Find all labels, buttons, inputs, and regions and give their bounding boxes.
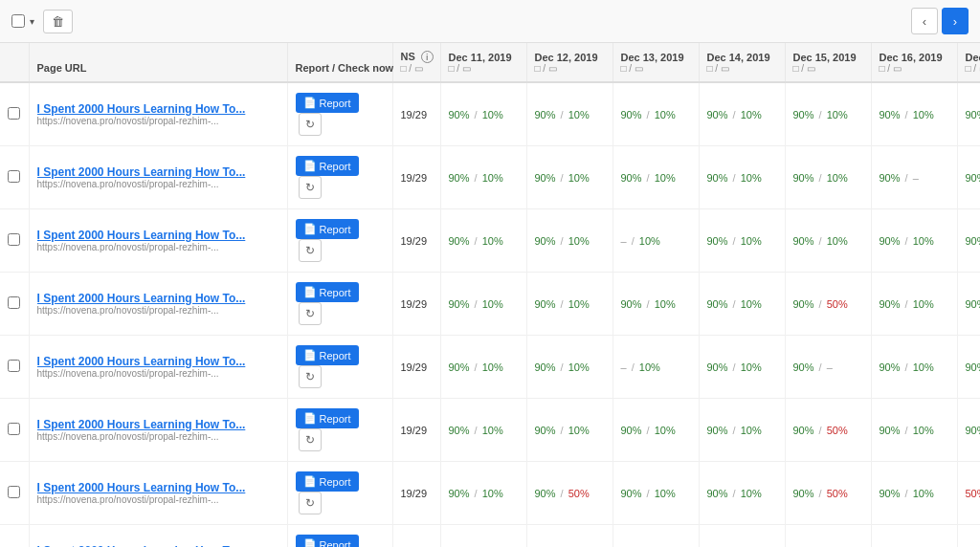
- row-url-cell-5: I Spent 2000 Hours Learning How To... ht…: [29, 399, 287, 462]
- row-checkbox-cell: [0, 462, 29, 525]
- row-ns-cell-3: 19/29: [392, 273, 440, 336]
- table-row: I Spent 2000 Hours Learning How To... ht…: [0, 462, 980, 525]
- row-checkbox-6[interactable]: [8, 486, 20, 498]
- row-report-cell-6: 📄 Report ↻: [287, 462, 392, 525]
- report-icon-1: 📄: [303, 160, 317, 172]
- row-checkbox-5[interactable]: [8, 423, 20, 435]
- score-cell-7-5: 90% / 10%: [871, 525, 957, 548]
- page-title-4[interactable]: I Spent 2000 Hours Learning How To...: [37, 355, 279, 368]
- score-cell-5-0: 90% / 10%: [440, 399, 526, 462]
- report-button-4[interactable]: 📄 Report: [296, 345, 359, 365]
- delete-button[interactable]: 🗑: [43, 10, 73, 33]
- prev-button[interactable]: ‹: [911, 8, 938, 34]
- refresh-button-4[interactable]: ↻: [299, 365, 322, 388]
- page-title-1[interactable]: I Spent 2000 Hours Learning How To...: [37, 165, 279, 179]
- score-cell-4-2: – / 10%: [612, 336, 699, 399]
- ns-value-6: 19/29: [401, 488, 428, 499]
- score-cell-5-1: 90% / 10%: [526, 399, 612, 462]
- page-title-3[interactable]: I Spent 2000 Hours Learning How To...: [37, 292, 279, 305]
- score-cell-4-1: 90% / 10%: [526, 336, 612, 399]
- col-header-dec11: Dec 11, 2019□ / ▭: [440, 43, 526, 82]
- score-cell-4-5: 90% / 10%: [871, 336, 957, 399]
- select-chevron[interactable]: ▾: [27, 14, 37, 29]
- page-title-0[interactable]: I Spent 2000 Hours Learning How To...: [37, 102, 279, 116]
- score-cell-2-2: – / 10%: [612, 209, 699, 273]
- select-all-checkbox[interactable]: [11, 14, 25, 28]
- row-report-cell-2: 📄 Report ↻: [287, 209, 392, 273]
- row-checkbox-cell: [0, 525, 29, 548]
- score-cell-0-3: 90% / 10%: [699, 82, 785, 146]
- score-cell-6-1: 90% / 50%: [526, 462, 612, 525]
- report-button-1[interactable]: 📄 Report: [296, 156, 359, 176]
- row-report-cell-7: 📄 Report ↻: [287, 525, 392, 548]
- row-ns-cell-2: 19/29: [392, 209, 440, 273]
- row-url-cell-3: I Spent 2000 Hours Learning How To... ht…: [29, 273, 287, 336]
- ns-value-5: 19/29: [401, 425, 428, 436]
- refresh-button-5[interactable]: ↻: [299, 428, 322, 451]
- refresh-button-2[interactable]: ↻: [299, 239, 322, 262]
- col-ns-sub: □ / ▭: [401, 63, 433, 74]
- report-icon-2: 📄: [303, 223, 317, 235]
- row-url-cell-7: I Spent 2000 Hours Learning How To... ht…: [29, 525, 287, 548]
- refresh-button-6[interactable]: ↻: [299, 492, 322, 514]
- row-checkbox-cell: [0, 399, 29, 462]
- ns-value-2: 19/29: [401, 235, 428, 247]
- row-checkbox-0[interactable]: [8, 107, 20, 120]
- page-title-5[interactable]: I Spent 2000 Hours Learning How To...: [37, 418, 279, 431]
- main-table: Page URL Report / Check now NS i □ / ▭ D…: [0, 43, 980, 547]
- score-cell-0-1: 90% / 10%: [526, 82, 612, 146]
- table-row: I Spent 2000 Hours Learning How To... ht…: [0, 82, 980, 146]
- ns-info-icon[interactable]: i: [421, 51, 434, 63]
- score-cell-5-6: 90% / 10%: [957, 399, 980, 462]
- row-checkbox-cell: [0, 336, 29, 399]
- score-cell-1-1: 90% / 10%: [526, 146, 612, 209]
- score-cell-3-1: 90% / 10%: [526, 273, 612, 336]
- refresh-button-3[interactable]: ↻: [299, 302, 322, 325]
- row-report-cell-5: 📄 Report ↻: [287, 399, 392, 462]
- col-header-dec17: Dec 17, 2019□ / ▭: [957, 43, 980, 82]
- refresh-button-0[interactable]: ↻: [299, 113, 322, 136]
- refresh-button-1[interactable]: ↻: [299, 176, 322, 199]
- row-checkbox-4[interactable]: [8, 360, 20, 372]
- page-url-4: https://novena.pro/novosti/propal-rezhim…: [37, 368, 279, 379]
- score-cell-1-5: 90% / –: [871, 146, 957, 209]
- report-icon-0: 📄: [303, 97, 317, 109]
- report-icon-7: 📄: [303, 538, 317, 547]
- score-cell-7-6: 50% / 10%: [957, 525, 980, 548]
- toolbar: ▾ 🗑 ‹ ›: [0, 0, 980, 43]
- ns-value-4: 19/29: [401, 361, 428, 373]
- ns-value-0: 19/29: [401, 109, 428, 120]
- col-header-dec12: Dec 12, 2019□ / ▭: [526, 43, 612, 82]
- page-url-5: https://novena.pro/novosti/propal-rezhim…: [37, 431, 279, 442]
- next-button[interactable]: ›: [942, 8, 969, 34]
- score-cell-2-0: 90% / 10%: [440, 209, 526, 273]
- page-title-6[interactable]: I Spent 2000 Hours Learning How To...: [37, 481, 279, 494]
- report-button-6[interactable]: 📄 Report: [296, 471, 359, 492]
- page-title-2[interactable]: I Spent 2000 Hours Learning How To...: [37, 229, 279, 242]
- report-icon-3: 📄: [303, 286, 317, 298]
- page-url-1: https://novena.pro/novosti/propal-rezhim…: [37, 179, 279, 189]
- row-checkbox-cell: [0, 146, 29, 209]
- score-cell-3-3: 90% / 10%: [699, 273, 785, 336]
- score-cell-0-6: 90% / 10%: [957, 82, 980, 146]
- report-button-7[interactable]: 📄 Report: [296, 535, 359, 547]
- score-cell-2-1: 90% / 10%: [526, 209, 612, 273]
- col-header-check: [0, 43, 29, 82]
- row-checkbox-2[interactable]: [8, 233, 20, 246]
- report-button-0[interactable]: 📄 Report: [296, 93, 359, 113]
- score-cell-5-3: 90% / 10%: [699, 399, 785, 462]
- report-button-5[interactable]: 📄 Report: [296, 408, 359, 428]
- row-checkbox-3[interactable]: [8, 296, 20, 309]
- row-url-cell-4: I Spent 2000 Hours Learning How To... ht…: [29, 336, 287, 399]
- ns-value-3: 19/29: [401, 298, 428, 310]
- row-checkbox-1[interactable]: [8, 170, 20, 183]
- row-ns-cell-5: 19/29: [392, 399, 440, 462]
- score-cell-1-4: 90% / 10%: [785, 146, 871, 209]
- report-button-3[interactable]: 📄 Report: [296, 282, 359, 302]
- score-cell-1-3: 90% / 10%: [699, 146, 785, 209]
- report-button-2[interactable]: 📄 Report: [296, 219, 359, 239]
- score-cell-7-0: 90% / 10%: [440, 525, 526, 548]
- score-cell-1-6: 90% / 10%: [957, 146, 980, 209]
- score-cell-6-6: 50% / 10%: [957, 462, 980, 525]
- row-url-cell-0: I Spent 2000 Hours Learning How To... ht…: [29, 82, 287, 146]
